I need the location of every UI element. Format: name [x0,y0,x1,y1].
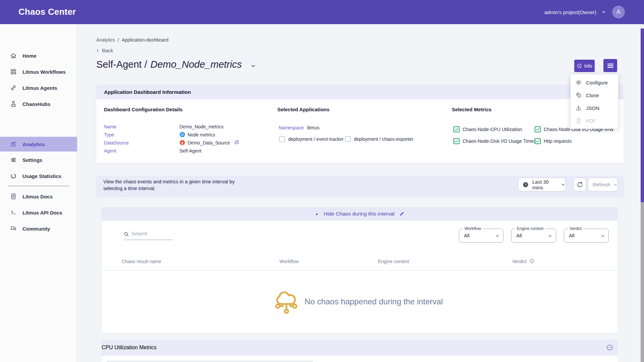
time-interval-description: View the chaos events and metrics in a g… [103,178,254,192]
collapse-triangle-icon[interactable] [315,212,319,216]
external-link-icon[interactable] [234,140,239,145]
hide-chaos-toggle[interactable]: Hide Chaos during this interval [324,211,394,217]
home-icon [10,52,17,59]
verdict-filter-select[interactable]: Verdict All [564,229,609,243]
breadcrumb-separator: / [118,37,119,43]
checkbox-checked-icon[interactable] [453,126,460,132]
sidebar-item-spacer [0,113,77,127]
dashboard-switcher-chevron[interactable] [250,63,256,69]
app-checkbox-event-tracker[interactable]: deployment / event-tracker [279,136,344,142]
checkbox-unchecked-icon[interactable] [345,136,351,142]
checkbox-checked-icon[interactable] [535,126,541,132]
menu-item-json[interactable]: JSON [571,102,618,114]
checkbox-checked-icon[interactable] [453,138,460,144]
page-title: Self-Agent / Demo_Node_metrics [96,59,242,70]
download-icon [576,105,582,111]
search-input[interactable] [131,231,172,236]
engine-context-filter-value: All [516,233,522,238]
config-details-title: Dashboard Configuration Details [104,107,182,112]
chevron-down-icon [561,182,566,187]
scrollbar-thumb[interactable] [641,28,644,202]
sidebar-item-chaoshubs[interactable]: ChaosHubs [0,97,77,111]
workflow-filter-select[interactable]: Workflow All [459,229,503,243]
sidebar-item-usage-statistics[interactable]: Usage Statistics [0,169,77,183]
workflow-filter-label: Workflow [463,226,483,231]
app-title: Chaos Center [18,7,76,17]
table-header-divider [102,270,618,270]
hamburger-icon [607,63,613,68]
actions-dropdown-menu: Configure Clone JSON PDF [571,74,618,129]
workflow-filter-value: All [464,233,470,238]
column-engine-context: Engine context [378,259,409,264]
page-title-dashboard: Demo_Node_metrics [151,59,242,70]
file-icon [576,118,582,124]
dashboard-info-title: Application Dashboard Information [104,89,191,95]
refresh-icon [577,181,583,188]
engine-context-filter-label: Engine context [515,226,545,231]
checkbox-checked-icon[interactable] [535,138,541,144]
checkbox-unchecked-icon[interactable] [279,136,285,142]
chevron-down-icon [600,234,605,238]
sidebar-item-litmus-api-docs[interactable]: Litmus API Docs [0,205,77,220]
sidebar-item-litmus-docs[interactable]: Litmus Docs [0,189,77,204]
avatar[interactable]: A [612,6,625,18]
verdict-info-icon[interactable] [529,258,534,263]
workflows-icon [10,68,17,75]
config-type-value: Node metrics [187,132,215,137]
sidebar-item-litmus-workflows[interactable]: Litmus Workflows [0,64,77,79]
menu-item-clone[interactable]: Clone [571,89,618,102]
project-label[interactable]: admin's project(Owner) [544,9,596,15]
config-datasource-label: DataSource [104,140,129,145]
time-range-value: Last 30 mins [532,179,557,190]
dashboard-info-header: Application Dashboard Information [96,85,624,99]
cpu-metrics-header: CPU Utilization Metrics [102,340,618,356]
breadcrumb-analytics[interactable]: Analytics [96,37,115,43]
metric-checkbox-http-requests[interactable]: Http requests [535,138,572,144]
menu-item-configure[interactable]: Configure [571,76,618,89]
sidebar-item-home[interactable]: Home [0,48,77,63]
engine-context-filter-select[interactable]: Engine context All [511,229,556,243]
document-icon [10,193,17,200]
column-verdict: Verdict [512,259,527,264]
project-selector[interactable]: admin's project(Owner) [544,0,606,24]
search-icon [123,231,129,237]
search-field[interactable] [123,229,173,240]
sidebar: Home Litmus Workflows Litmus Agents Chao… [0,24,77,362]
config-type-label: Type [104,132,114,137]
info-icon [577,63,582,68]
chevron-down-icon[interactable] [601,9,606,15]
chaos-center-app: Chaos Center admin's project(Owner) A Ho… [0,0,644,362]
scrollbar-track-lower[interactable] [641,202,644,362]
cloud-network-icon [274,289,299,316]
empty-message: No chaos happened during the interval [305,297,443,306]
page-title-agent: Self-Agent / [96,59,147,70]
chevron-down-icon [613,182,618,187]
info-button[interactable]: Info [574,60,595,72]
metric-checkbox-disk-io-times[interactable]: Chaos-Node-Disk I/O Usage Times [453,138,536,144]
config-agent-value: Self-Agent [179,148,201,154]
chat-icon [10,225,17,232]
sidebar-item-analytics[interactable]: Analytics [0,137,77,152]
app-checkbox-chaos-exporter[interactable]: deployment / chaos-exporter [345,136,413,142]
agents-icon [10,84,17,91]
metric-checkbox-cpu-utilization[interactable]: Chaos-Node-CPU Utilization [453,126,522,132]
chevron-down-icon [495,234,500,238]
verdict-filter-value: All [569,233,575,238]
page-scrollbar[interactable] [641,24,644,362]
refresh-now-button[interactable] [574,178,586,191]
time-range-select[interactable]: Last 30 mins [518,178,566,191]
edit-pencil-icon[interactable] [399,211,405,217]
refresh-label: Refresh [593,182,610,187]
collapse-minus-icon[interactable] [606,344,613,351]
sliders-icon [10,157,17,163]
sidebar-item-community[interactable]: Community [0,221,77,236]
column-chaos-result-name: Chaos result name [122,259,161,264]
more-actions-button[interactable] [603,59,617,72]
sidebar-divider [8,186,69,186]
chevron-down-icon [548,234,552,238]
back-button[interactable]: Back [96,48,113,53]
refresh-interval-select[interactable]: Refresh [588,178,618,191]
sidebar-item-litmus-agents[interactable]: Litmus Agents [0,80,77,95]
sidebar-item-settings[interactable]: Settings [0,153,77,167]
namespace-label: Namespace [279,125,304,130]
